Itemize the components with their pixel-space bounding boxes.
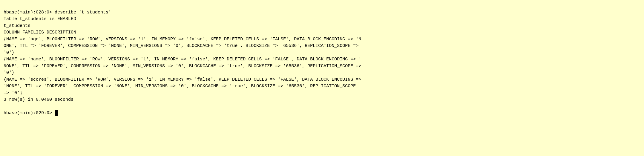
terminal-output: hbase(main):028:0> describe 't_students'…: [4, 2, 640, 117]
terminal-cursor: [55, 110, 58, 116]
line-1: hbase(main):028:0> describe 't_students'…: [4, 10, 361, 116]
